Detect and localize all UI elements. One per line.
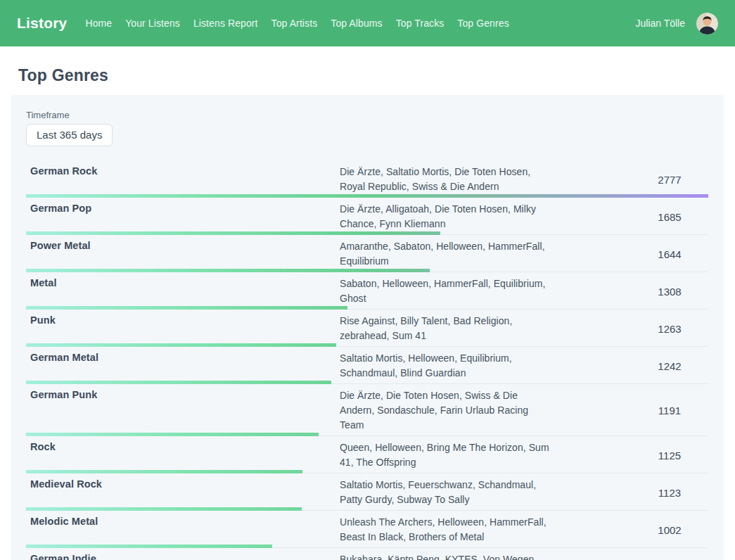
genre-name: Rock	[26, 440, 340, 452]
genre-artists: Unleash The Archers, Helloween, HammerFa…	[340, 515, 551, 545]
genre-count: 1242	[631, 360, 708, 372]
genre-artists: Saltatio Mortis, Helloween, Equilibrium,…	[340, 351, 551, 381]
genre-name: Melodic Metal	[26, 515, 340, 527]
table-row: Rock Queen, Helloween, Bring Me The Hori…	[26, 436, 708, 473]
genre-name: German Rock	[26, 165, 340, 177]
genre-artists: Die Ärzte, Saltatio Mortis, Die Toten Ho…	[340, 165, 551, 194]
genre-name: German Metal	[26, 351, 340, 363]
genres-table: German Rock Die Ärzte, Saltatio Mortis, …	[26, 160, 708, 560]
nav-item-top-tracks[interactable]: Top Tracks	[396, 18, 445, 29]
top-genres-card: Timeframe Last 365 days German Rock Die …	[11, 95, 724, 560]
genre-name: Power Metal	[26, 239, 340, 251]
genre-artists: Die Ärzte, Die Toten Hosen, Swiss & Die …	[340, 388, 551, 433]
genre-artists: Rise Against, Billy Talent, Bad Religion…	[340, 314, 551, 343]
genre-bar	[26, 194, 708, 198]
nav-item-home[interactable]: Home	[85, 18, 112, 29]
genre-artists: Saltatio Mortis, Feuerschwanz, Schandmau…	[340, 478, 551, 507]
genre-name: German Pop	[26, 202, 340, 214]
genre-bar	[26, 507, 708, 511]
genre-name: German Punk	[26, 388, 340, 400]
user-menu[interactable]: Julian Tölle	[635, 13, 718, 34]
page-title: Top Genres	[18, 66, 724, 85]
navbar: Listory HomeYour ListensListens ReportTo…	[0, 0, 735, 46]
genre-count: 1308	[631, 286, 708, 298]
genre-artists: Amaranthe, Sabaton, Helloween, HammerFal…	[340, 239, 551, 269]
nav-item-top-genres[interactable]: Top Genres	[457, 18, 509, 29]
genre-bar	[26, 545, 708, 548]
table-row: Melodic Metal Unleash The Archers, Hello…	[26, 511, 708, 548]
genre-count: 1644	[631, 248, 708, 260]
nav-item-listens-report[interactable]: Listens Report	[193, 18, 258, 29]
genre-count: 2777	[631, 174, 708, 186]
brand-logo[interactable]: Listory	[17, 15, 67, 32]
table-row: German Metal Saltatio Mortis, Helloween,…	[26, 347, 708, 384]
main-nav: HomeYour ListensListens ReportTop Artist…	[85, 18, 635, 29]
genre-bar	[26, 470, 708, 473]
genre-artists: Sabaton, Helloween, HammerFall, Equilibr…	[340, 276, 551, 306]
genre-count: 1191	[631, 405, 708, 416]
table-row: Medieval Rock Saltatio Mortis, Feuerschw…	[26, 473, 708, 511]
table-row: Metal Sabaton, Helloween, HammerFall, Eq…	[26, 272, 708, 310]
genre-bar	[26, 231, 708, 235]
genre-bar	[26, 433, 708, 436]
genre-count: 1125	[631, 450, 708, 462]
genre-artists: Bukahara, Käptn Peng, KYTES, Von Wegen L…	[340, 552, 551, 560]
timeframe-filter: Timeframe Last 365 days	[26, 110, 708, 146]
genre-bar	[26, 269, 708, 272]
table-row: German Pop Die Ärzte, Alligatoah, Die To…	[26, 198, 708, 235]
table-row: German Indie Bukahara, Käptn Peng, KYTES…	[26, 548, 708, 560]
timeframe-select[interactable]: Last 365 days	[26, 124, 113, 146]
table-row: Punk Rise Against, Billy Talent, Bad Rel…	[26, 310, 708, 347]
genre-count: 1685	[631, 211, 708, 223]
table-row: German Punk Die Ärzte, Die Toten Hosen, …	[26, 384, 708, 436]
genre-artists: Die Ärzte, Alligatoah, Die Toten Hosen, …	[340, 202, 551, 231]
genre-name: German Indie	[26, 552, 340, 560]
genre-name: Medieval Rock	[26, 478, 340, 490]
genre-name: Punk	[26, 314, 340, 326]
genre-artists: Queen, Helloween, Bring Me The Horizon, …	[340, 440, 551, 470]
genre-count: 1263	[631, 323, 708, 335]
user-avatar-icon[interactable]	[696, 13, 718, 34]
genre-count: 1123	[631, 487, 708, 499]
nav-item-your-listens[interactable]: Your Listens	[125, 18, 180, 29]
genre-count: 1002	[631, 524, 708, 536]
table-row: Power Metal Amaranthe, Sabaton, Hellowee…	[26, 235, 708, 272]
main-content: Top Genres Timeframe Last 365 days Germa…	[0, 46, 735, 560]
table-row: German Rock Die Ärzte, Saltatio Mortis, …	[26, 160, 708, 198]
user-name: Julian Tölle	[635, 18, 685, 29]
genre-name: Metal	[26, 276, 340, 288]
genre-bar	[26, 343, 708, 347]
genre-bar	[26, 381, 708, 384]
nav-item-top-artists[interactable]: Top Artists	[271, 18, 318, 29]
nav-item-top-albums[interactable]: Top Albums	[331, 18, 382, 29]
timeframe-label: Timeframe	[26, 110, 708, 120]
genre-bar	[26, 306, 708, 310]
